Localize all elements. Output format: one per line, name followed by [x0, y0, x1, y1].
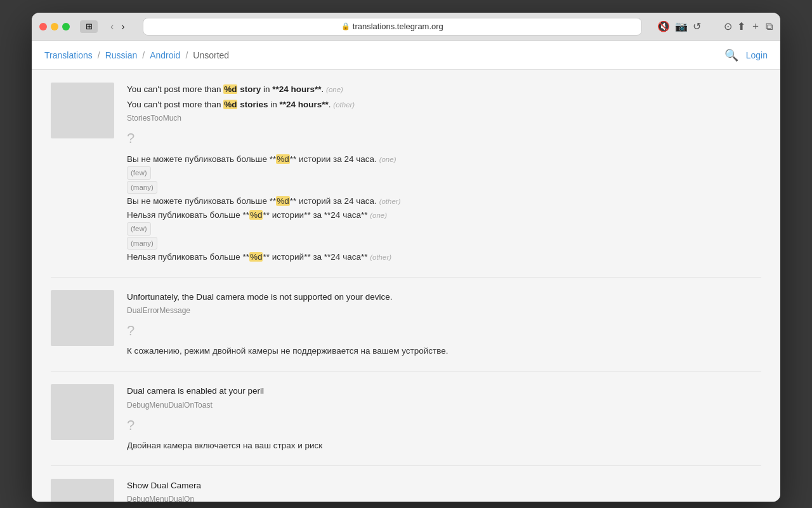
translation-dual-peril: Двойная камера включается на ваш страх и…	[127, 439, 761, 453]
breadcrumb-sep-3: /	[185, 50, 188, 60]
tag-many-1: (many)	[127, 180, 761, 194]
entry-key: StoriesTooMuch	[127, 112, 761, 124]
traffic-lights	[39, 23, 70, 30]
entry-title-line1: You can't post more than %d story in **2…	[127, 83, 761, 97]
translation-3: Нельзя публиковать больше **%d** истории…	[127, 208, 761, 222]
breadcrumb-android[interactable]: Android	[150, 50, 180, 60]
reload-icon[interactable]: ↺	[693, 20, 701, 32]
entry-title-show-dual: Show Dual Camera	[127, 479, 761, 493]
entry-question-mark-3: ?	[127, 414, 761, 436]
address-text: translations.telegram.org	[353, 22, 443, 31]
entry-dual-error: Unfortunately, the Dual camera mode is n…	[51, 277, 761, 372]
entry-body-dual-peril: Dual camera is enabled at your peril Deb…	[127, 384, 761, 453]
download-icon[interactable]: ⊙	[724, 20, 732, 32]
address-bar[interactable]: 🔒 translations.telegram.org	[143, 18, 642, 36]
close-button[interactable]	[39, 23, 47, 30]
entry-dual-peril: Dual camera is enabled at your peril Deb…	[51, 371, 761, 466]
tag-many-2: (many)	[127, 236, 761, 250]
sidebar-icon: ⊞	[86, 22, 93, 31]
tag-few-1: (few)	[127, 166, 761, 180]
entry-thumbnail-show-dual	[51, 479, 114, 502]
entry-key-dual-error: DualErrorMessage	[127, 305, 761, 317]
lock-icon: 🔒	[341, 22, 350, 30]
entry-thumbnail-dual-peril	[51, 384, 114, 440]
camera-icon[interactable]: 📷	[675, 20, 688, 32]
entry-body-show-dual: Show Dual Camera DebugMenuDualOn ? Показ…	[127, 479, 761, 502]
share-icon[interactable]: ⬆	[737, 20, 745, 32]
breadcrumb: Translations / Russian / Android / Unsor…	[44, 50, 229, 60]
search-button[interactable]: 🔍	[724, 48, 738, 62]
nav-arrows: ‹ ›	[108, 20, 128, 34]
entry-title-line2: You can't post more than %d stories in *…	[127, 98, 761, 112]
tag-few-2: (few)	[127, 222, 761, 236]
speaker-icon[interactable]: 🔇	[657, 20, 670, 32]
translation-2: Вы не можете публиковать больше **%d** и…	[127, 194, 761, 208]
breadcrumb-sep-1: /	[98, 50, 100, 60]
back-button[interactable]: ‹	[108, 20, 116, 34]
entry-title-dual-error: Unfortunately, the Dual camera mode is n…	[127, 290, 761, 304]
titlebar-actions: 🔇 📷 ↺ ⊙ ⬆ ＋ ⧉	[657, 20, 773, 33]
entry-body: You can't post more than %d story in **2…	[127, 83, 761, 264]
entry-stories-too-much: You can't post more than %d story in **2…	[51, 70, 761, 277]
translation-dual-error: К сожалению, режим двойной камеры не под…	[127, 344, 761, 358]
breadcrumb-translations[interactable]: Translations	[44, 50, 93, 60]
browser-window: ⊞ ‹ › 🔒 translations.telegram.org 🔇 📷 ↺ …	[32, 13, 780, 502]
new-tab-icon[interactable]: ＋	[750, 20, 761, 33]
entry-thumbnail	[51, 83, 114, 138]
tabs-icon[interactable]: ⧉	[766, 21, 773, 32]
translation-4: Нельзя публиковать больше **%d** историй…	[127, 250, 761, 264]
breadcrumb-unsorted: Unsorted	[193, 50, 229, 60]
entry-title-dual-peril: Dual camera is enabled at your peril	[127, 384, 761, 398]
minimize-button[interactable]	[51, 23, 58, 30]
breadcrumb-sep-2: /	[142, 50, 145, 60]
forward-button[interactable]: ›	[119, 20, 127, 34]
navbar: Translations / Russian / Android / Unsor…	[32, 41, 780, 70]
navbar-right: 🔍 Login	[724, 48, 768, 62]
entry-show-dual: Show Dual Camera DebugMenuDualOn ? Показ…	[51, 466, 761, 502]
fullscreen-button[interactable]	[62, 23, 70, 30]
content-area: You can't post more than %d story in **2…	[32, 70, 780, 502]
login-button[interactable]: Login	[746, 50, 768, 60]
entry-question-mark: ?	[127, 127, 761, 149]
titlebar: ⊞ ‹ › 🔒 translations.telegram.org 🔇 📷 ↺ …	[32, 13, 780, 41]
entry-key-show-dual: DebugMenuDualOn	[127, 493, 761, 502]
entry-question-mark-2: ?	[127, 319, 761, 342]
breadcrumb-russian[interactable]: Russian	[105, 50, 138, 60]
entry-body-dual-error: Unfortunately, the Dual camera mode is n…	[127, 290, 761, 359]
sidebar-toggle-button[interactable]: ⊞	[80, 20, 98, 33]
entry-thumbnail-dual-error	[51, 290, 114, 346]
entry-key-dual-peril: DebugMenuDualOnToast	[127, 399, 761, 411]
translation-1: Вы не можете публиковать больше **%d** и…	[127, 152, 761, 166]
